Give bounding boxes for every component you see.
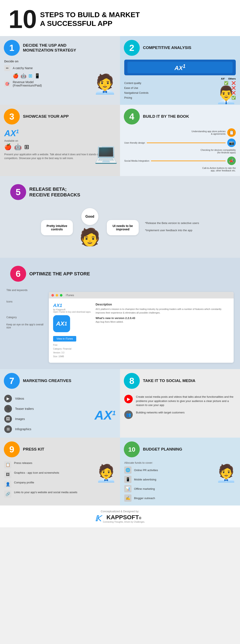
kappsoft-brand: KAPPSOFT® Connecting Thoughts, Driven by… — [103, 514, 145, 523]
step-6-badge: 6 — [10, 266, 26, 282]
step-1-content: Decide on ✏ A catchy Name 🍎 🤖 ⊞ 📱 🎯 Reve… — [0, 60, 120, 94]
kappsoft-logo: 𝕂 KAPPSOFT® Connecting Thoughts, Driven … — [4, 514, 236, 523]
kappsoft-name-text: KAPPSOFT® — [103, 514, 145, 521]
build-text-4: Social Media Integration — [124, 160, 149, 162]
window-minimize-btn[interactable] — [56, 294, 58, 296]
itunes-by: by Kappsoft — [53, 308, 91, 311]
main-title-number: 10 — [9, 6, 37, 32]
links-icon: 🔗 — [4, 490, 12, 498]
blogger-icon: ✍ — [124, 494, 131, 502]
step-5-panel: 5 RELEASE BETA;RECEIVE FEEDBACKS Pretty … — [0, 176, 240, 258]
build-icon-3: 📣 — [227, 156, 236, 165]
build-item-3: Social Media Integration 📣 — [124, 156, 236, 165]
step-5-badge: 5 — [10, 184, 26, 200]
itunes-body: AX1 by Kappsoft Open iTunes to buy and d… — [49, 298, 234, 363]
itunes-left-panel: AX1 by Kappsoft Open iTunes to buy and d… — [53, 303, 91, 358]
step-2-title: COMPETITIVE ANALYSIS — [143, 46, 191, 50]
press-item-company: 👤 Company profile — [4, 481, 88, 488]
ax1-marketing-logo: AX1 — [90, 404, 120, 427]
teaser-trailers-label: Teaser trailers — [15, 407, 34, 410]
comp-label-4: Pricing — [124, 96, 224, 99]
build-items-list: Understanding app store policies & agree… — [124, 128, 236, 172]
row-1-2: 1 DECIDE THE USP ANDMONETIZATION STRATEG… — [0, 36, 240, 105]
itunes-view-btn[interactable]: View in iTunes — [53, 336, 76, 342]
company-text: Company profile — [14, 481, 34, 484]
step-7-content: ▶ Videos 🎥 Teaser trailers 🖼 Images ⊞ In… — [0, 393, 120, 438]
build-text-3-wrapper: Checking for devices compatibility (for … — [124, 149, 236, 154]
pencil-icon: ✏ — [4, 65, 10, 71]
step-5-title: RELEASE BETA;RECEIVE FEEDBACKS — [29, 186, 80, 198]
build-icon-1: 📋 — [227, 128, 236, 137]
ann-size: Keep an eye on the app's overall size — [6, 323, 45, 329]
step-4-badge: 4 — [124, 108, 140, 124]
itunes-desc-title: Description — [96, 303, 229, 306]
step-6-header: 6 OPTIMIZE THE APP STORE — [6, 262, 234, 286]
marketing-item-images: 🖼 Images — [4, 415, 86, 423]
image-icon: 🖼 — [4, 415, 12, 423]
build-text-5-wrapper: Call-to-Action buttons to rate the app, … — [124, 167, 236, 172]
step-9-title: PRESS KIT — [23, 447, 44, 452]
comp-icons-1: ✅ ❌ — [224, 81, 236, 85]
budget-item-mobile: 📱 Mobile advertising — [124, 476, 208, 483]
step-9-content: 📋 Press releases 🖼 Graphics - app Icon a… — [0, 461, 120, 500]
itunes-whats-new-title: What's new in version 2.2.0.43 — [96, 316, 229, 320]
online-pr-icon: 🌐 — [124, 466, 131, 474]
comp-row-1: Content quality ✅ ❌ — [124, 81, 236, 85]
press-releases-text: Press releases — [14, 461, 32, 465]
itunes-app-name: AX1 — [53, 303, 91, 308]
social-item-network: 👥 Building networks with target customer… — [124, 410, 236, 419]
window-maximize-btn[interactable] — [60, 294, 63, 296]
press-releases-icon: 📋 — [4, 461, 12, 468]
itunes-title-text: iTunes — [66, 294, 74, 297]
main-title-text: STEPS TO BUILD & MARKET A SUCCESSFUL APP — [40, 10, 140, 28]
ann-icons: Icons — [6, 300, 45, 303]
itunes-desc-text: AX1 platform's mission is to champion th… — [96, 307, 229, 314]
social-desc-2: Building networks with target customers — [136, 410, 184, 415]
build-text-1: Understanding app store policies & agree… — [189, 130, 225, 135]
step-8-content: ▶ Create social media posts and videos t… — [120, 393, 240, 424]
company-icon: 👤 — [4, 481, 12, 488]
beta-center: Good 🧑 — [79, 208, 100, 247]
step-7-header: 7 MARKETING CREATIVES — [0, 369, 120, 393]
catchy-name-text: A catchy Name — [13, 66, 33, 70]
press-items-list: 📋 Press releases 🖼 Graphics - app Icon a… — [0, 461, 92, 500]
marketing-item-videos: ▶ Videos — [4, 395, 86, 402]
step-10-badge: 10 — [124, 442, 140, 457]
ax1-col-header: AX¹ — [221, 78, 225, 80]
window-close-btn[interactable] — [51, 294, 54, 296]
youtube-icon: ▶ — [124, 395, 133, 403]
others-col-header: Others — [228, 78, 236, 80]
ax1-ml-text: AX1 — [95, 408, 116, 422]
step-8-title: TAKE IT TO SOCIAL MEDIA — [143, 378, 195, 383]
ax1-showcase-logo: AX1 — [4, 128, 19, 138]
graphics-text: Graphics - app Icon and screenshots — [14, 471, 59, 475]
marketing-item-teaser: 🎥 Teaser trailers — [4, 405, 86, 412]
build-icon-2: 📷 — [227, 138, 236, 147]
thought-bubble-1: Pretty intuitive controls — [41, 220, 73, 235]
build-item-1: Understanding app store policies & agree… — [124, 128, 236, 137]
step-4-header: 4 BUILD IT BY THE BOOK — [120, 105, 240, 128]
step-2-content: AX1 AX¹ Others Content quality ✅ ❌ Ease — [120, 60, 240, 105]
offline-marketing-icon: 📊 — [124, 485, 131, 492]
step-8-badge: 8 — [124, 373, 140, 389]
comp-label-1: Content quality — [124, 82, 224, 85]
ax1-screen-inner: AX1 — [127, 62, 232, 73]
step-3-panel: 3 SHOWCASE YOUR APP AX1 Available on 🍎 🤖… — [0, 105, 120, 176]
build-item-2: User-friendly design 📷 — [124, 138, 236, 147]
beta-note-2: *Implement user feedback into the app — [145, 228, 199, 233]
row-9-10: 9 PRESS KIT 📋 Press releases 🖼 Graphics … — [0, 438, 240, 506]
budget-item-online: 🌐 Online PR activities — [124, 466, 208, 474]
ax1-screen-logo: AX1 — [175, 64, 186, 72]
itunes-right-panel: Description AX1 platform's mission is to… — [96, 303, 229, 358]
row-7-8: 7 MARKETING CREATIVES ▶ Videos 🎥 Teaser … — [0, 369, 240, 438]
step-10-header: 10 BUDGET PLANNING — [120, 438, 240, 461]
step-7-panel: 7 MARKETING CREATIVES ▶ Videos 🎥 Teaser … — [0, 369, 120, 438]
step-5-header: 5 RELEASE BETA;RECEIVE FEEDBACKS — [6, 180, 234, 204]
itunes-open-desc: Open iTunes to buy and download apps. — [53, 311, 91, 313]
social-item-youtube: ▶ Create social media posts and videos t… — [124, 395, 236, 407]
ann-title-keywords: Title and keywords — [6, 289, 45, 292]
budget-item-blogger: ✍ Blogger outreach — [124, 494, 208, 502]
person-figure-2: 👨‍💼 — [215, 85, 237, 105]
connector-line-2 — [151, 160, 225, 161]
step-10-content: Allocate funds to cover: 🌐 Online PR act… — [120, 461, 240, 504]
